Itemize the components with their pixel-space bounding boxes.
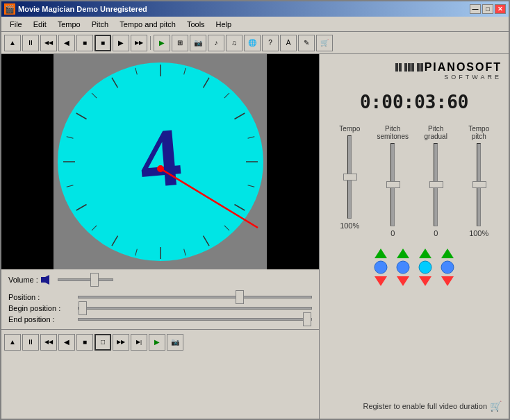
- stop-button[interactable]: ■: [76, 35, 93, 51]
- camera-button[interactable]: 📷: [190, 35, 206, 51]
- menu-edit[interactable]: Edit: [28, 19, 52, 30]
- circle-btn-1[interactable]: [374, 260, 388, 274]
- main-toolbar: ▲ ⏸ ◀◀ ◀ ■ ■ ▶ ▶▶ ▶ ⊞ 📷 ♪ ♫ 🌐 ? A ✎ 🛒: [1, 32, 509, 54]
- bottom-eject-button[interactable]: ▲: [4, 334, 21, 351]
- forward-button[interactable]: ▶: [113, 35, 129, 51]
- piano-key: [399, 63, 402, 72]
- bottom-pause-button[interactable]: ⏸: [22, 334, 39, 351]
- svg-marker-32: [397, 249, 409, 258]
- svg-marker-40: [441, 276, 454, 286]
- position-controls: Position : Begin position : End position…: [1, 290, 319, 329]
- menu-tools[interactable]: Tools: [181, 19, 211, 30]
- pitch-grad-track: [434, 143, 438, 226]
- app-icon: 🎬: [4, 3, 15, 15]
- piano-key-gap: [402, 63, 404, 72]
- help-button[interactable]: ?: [262, 35, 279, 51]
- up-arrow-4[interactable]: [441, 249, 454, 258]
- maximize-button[interactable]: □: [482, 4, 493, 14]
- pitch-semi-thumb[interactable]: [386, 181, 400, 188]
- stop2-button[interactable]: ■: [94, 35, 111, 51]
- position-slider[interactable]: [78, 296, 312, 299]
- pitch-semi-value: 0: [390, 229, 395, 237]
- piano-key: [411, 63, 414, 72]
- tempo-pitch-slider-col: Tempo pitch 100%: [461, 125, 496, 237]
- circle-btn-2[interactable]: [396, 260, 410, 274]
- bottom-rewind-button[interactable]: ◀: [58, 334, 75, 351]
- eject-button[interactable]: ▲: [4, 35, 21, 51]
- main-content: 4 Volume : Position: [1, 54, 509, 419]
- rewind-button[interactable]: ◀: [58, 35, 75, 51]
- svg-marker-35: [419, 249, 431, 258]
- begin-position-row: Begin position :: [8, 304, 312, 312]
- end-position-slider[interactable]: [78, 318, 312, 321]
- minimize-button[interactable]: —: [470, 4, 481, 14]
- up-arrow-2[interactable]: [397, 249, 409, 258]
- circle-btn-3[interactable]: [418, 260, 432, 274]
- right-panel: PIANOSOFT SOFTWARE 0:00:03:60 Tempo 100%: [319, 54, 509, 419]
- pause-button[interactable]: ⏸: [22, 35, 39, 51]
- menu-tempo-pitch[interactable]: Tempo and pitch: [114, 19, 181, 30]
- ctrl-col-2: [396, 249, 410, 286]
- end-position-row: End position :: [8, 315, 312, 324]
- piano-key-gap: [415, 63, 416, 72]
- svg-point-36: [419, 261, 431, 274]
- up-arrow-1[interactable]: [375, 249, 387, 258]
- pitch-grad-slider-col: Pitch gradual 0: [418, 125, 453, 237]
- menu-tempo[interactable]: Tempo: [52, 19, 86, 30]
- svg-marker-38: [441, 249, 454, 258]
- position-row: Position :: [8, 293, 312, 301]
- tempo-thumb[interactable]: [343, 174, 357, 180]
- begin-position-label: Begin position :: [8, 304, 78, 312]
- down-arrow-4[interactable]: [441, 276, 454, 286]
- left-bar: [1, 54, 54, 269]
- volume-slider[interactable]: [58, 278, 113, 281]
- up-arrow-3[interactable]: [419, 249, 431, 258]
- bottom-forward-fast-button[interactable]: ▶▶: [113, 334, 129, 351]
- down-arrow-2[interactable]: [397, 276, 409, 286]
- menu-pitch[interactable]: Pitch: [86, 19, 114, 30]
- timer-display: 0:00:03:60: [327, 92, 502, 112]
- play-button[interactable]: ▶: [154, 35, 170, 51]
- pitch-grad-thumb[interactable]: [429, 181, 443, 188]
- forward-fast-button[interactable]: ▶▶: [131, 35, 147, 51]
- svg-point-33: [397, 261, 409, 274]
- edit-button[interactable]: ✎: [298, 35, 315, 51]
- tempo-value: 100%: [340, 221, 359, 230]
- register-text: Register to enable full video duration: [363, 402, 487, 410]
- cart-button[interactable]: 🛒: [316, 35, 333, 51]
- close-button[interactable]: ✕: [495, 4, 506, 14]
- menu-help[interactable]: Help: [211, 19, 238, 30]
- begin-position-slider[interactable]: [78, 307, 312, 310]
- piano-key: [395, 63, 398, 72]
- bottom-stop-button[interactable]: ■: [76, 334, 93, 351]
- menu-file[interactable]: File: [4, 19, 28, 30]
- video-panel: 4 Volume : Position: [1, 54, 319, 419]
- svg-point-30: [375, 261, 387, 274]
- tempo-slider-col: Tempo 100%: [332, 125, 367, 237]
- piano-keys: [395, 63, 423, 72]
- bottom-camera-button[interactable]: 📷: [167, 334, 183, 351]
- music2-button[interactable]: ♫: [226, 35, 242, 51]
- music-button[interactable]: ♪: [208, 35, 224, 51]
- grid-button[interactable]: ⊞: [172, 35, 188, 51]
- bottom-rewind-fast-button[interactable]: ◀◀: [40, 334, 57, 351]
- bottom-forward-end-button[interactable]: ▶|: [131, 334, 147, 351]
- bottom-play-button[interactable]: ▶: [149, 334, 165, 351]
- bottom-toolbar: ▲ ⏸ ◀◀ ◀ ■ □ ▶▶ ▶| ▶ 📷: [1, 329, 319, 354]
- text-button[interactable]: A: [280, 35, 297, 51]
- circle-btn-4[interactable]: [441, 260, 454, 274]
- down-arrow-3[interactable]: [419, 276, 431, 286]
- volume-icon: [41, 275, 55, 285]
- tempo-pitch-track: [477, 143, 481, 226]
- volume-label: Volume :: [8, 276, 38, 284]
- bottom-stop2-button[interactable]: □: [94, 334, 111, 351]
- right-bar: [267, 54, 319, 269]
- tempo-pitch-thumb[interactable]: [472, 181, 486, 188]
- globe-button[interactable]: 🌐: [244, 35, 261, 51]
- position-label: Position :: [8, 293, 78, 301]
- toolbar-separator-1: [150, 36, 151, 50]
- brand-name: PIANOSOFT: [425, 61, 502, 74]
- rewind-fast-button[interactable]: ◀◀: [40, 35, 57, 51]
- piano-key: [408, 63, 411, 72]
- down-arrow-1[interactable]: [375, 276, 387, 286]
